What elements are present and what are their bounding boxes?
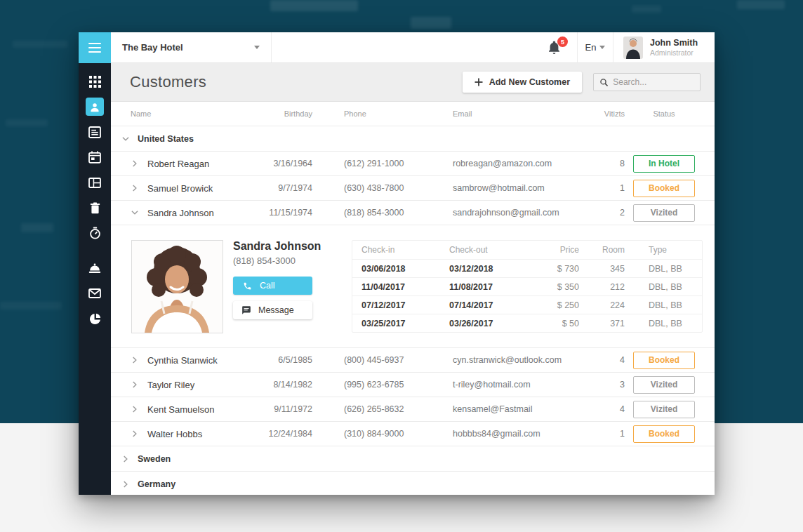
search-box: [593, 73, 701, 91]
stay-checkout: 03/12/2018: [449, 264, 537, 274]
chevron-right-icon: [131, 381, 138, 388]
stay-header-price: Price: [537, 245, 579, 255]
customer-name: Taylor Riley: [147, 380, 194, 390]
background-blur-artifact: [6, 119, 48, 126]
user-menu[interactable]: John Smith Administrator: [613, 32, 715, 62]
background-blur-artifact: [270, 0, 358, 11]
customer-visits: 8: [590, 159, 625, 168]
table-row[interactable]: Kent Samuelson 9/11/1972 (626) 265-8632 …: [111, 397, 715, 422]
sidebar-item-reception[interactable]: [79, 255, 111, 281]
customer-birthday: 12/24/1984: [249, 429, 312, 439]
sidebar-item-housekeeping[interactable]: [79, 220, 111, 246]
add-new-customer-button[interactable]: Add New Customer: [463, 72, 582, 93]
chevron-right-icon: [122, 455, 129, 463]
customer-name: Samuel Browick: [147, 183, 213, 194]
stay-price: $ 730: [537, 264, 579, 274]
customer-email: sandrajohnson@gmail.com: [453, 208, 590, 218]
group-row-united-states[interactable]: United States: [111, 126, 715, 152]
customer-birthday: 9/11/1972: [249, 404, 312, 414]
add-new-customer-label: Add New Customer: [489, 77, 570, 87]
stay-room: 224: [579, 300, 625, 310]
chevron-right-icon: [131, 185, 138, 192]
timer-icon: [89, 227, 101, 239]
orders-list-icon: [88, 126, 101, 138]
customer-visits: 1: [590, 429, 625, 439]
table-row-expanded[interactable]: Sandra Johnson 11/15/1974 (818) 854-3000…: [111, 201, 715, 225]
status-badge: Vizited: [633, 401, 695, 418]
background-blur-artifact: [632, 6, 661, 13]
user-name: John Smith: [650, 38, 698, 48]
customer-birthday: 11/15/1974: [249, 208, 312, 218]
column-header-phone: Phone: [344, 109, 453, 118]
hamburger-icon: [88, 43, 101, 53]
customer-phone: (626) 265-8632: [344, 404, 453, 414]
background-blur-artifact: [21, 223, 53, 232]
group-row-germany[interactable]: Germany: [111, 472, 715, 495]
sidebar-item-bookings[interactable]: [79, 119, 111, 145]
search-input[interactable]: [613, 77, 694, 87]
hotel-selector[interactable]: The Bay Hotel: [111, 32, 272, 62]
group-row-sweden[interactable]: Sweden: [111, 446, 715, 472]
status-badge: Vizited: [633, 376, 695, 394]
sidebar-nav: [79, 63, 111, 331]
chat-icon: [241, 305, 251, 315]
sidebar-item-customers[interactable]: [79, 94, 111, 119]
calendar-icon: [88, 151, 101, 164]
sidebar-item-messages[interactable]: [79, 281, 111, 306]
stay-header-checkout: Check-out: [449, 245, 537, 255]
reception-bell-icon: [88, 263, 101, 274]
stay-type: DBL, BB: [625, 282, 693, 292]
language-selector[interactable]: En: [578, 32, 613, 62]
background-blur-artifact: [411, 17, 451, 29]
detail-customer-name: Sandra Johnson: [233, 240, 343, 253]
table-row[interactable]: Cynthia Stanwick 6/5/1985 (800) 445-6937…: [111, 348, 715, 373]
customer-visits: 3: [590, 380, 625, 390]
customer-phone: (995) 623-6785: [344, 380, 453, 390]
call-button[interactable]: Call: [233, 277, 312, 295]
sidebar-item-calendar[interactable]: [79, 145, 111, 170]
customer-visits: 1: [590, 183, 625, 193]
table-row[interactable]: Samuel Browick 9/7/1974 (630) 438-7800 s…: [111, 176, 715, 201]
notifications-button[interactable]: 5: [531, 32, 577, 62]
customer-detail-info: Sandra Johnson (818) 854-3000 Call: [233, 240, 343, 319]
table-row[interactable]: Robert Reagan 3/16/1964 (612) 291-1000 r…: [111, 152, 715, 176]
sidebar-item-rooms[interactable]: [79, 170, 111, 195]
table-row[interactable]: Walter Hobbs 12/24/1984 (310) 884-9000 h…: [111, 422, 715, 446]
chevron-right-icon: [131, 430, 138, 437]
customer-photo: [131, 240, 223, 333]
sidebar-item-trash[interactable]: [79, 195, 111, 220]
user-photo: [623, 36, 643, 59]
notification-badge: 5: [557, 36, 568, 47]
customer-name: Cynthia Stanwick: [147, 355, 218, 366]
table-row[interactable]: Taylor Riley 8/14/1982 (995) 623-6785 t-…: [111, 373, 715, 397]
background-blur-artifact: [737, 0, 785, 9]
customer-birthday: 9/7/1974: [249, 183, 312, 193]
customer-email: sambrow@hotmail.com: [453, 183, 590, 193]
stay-price: $ 350: [537, 282, 579, 292]
status-badge: In Hotel: [633, 155, 695, 173]
plus-icon: [474, 78, 483, 86]
rooms-icon: [88, 178, 101, 188]
page-toolbar: Customers Add New Customer: [111, 63, 715, 102]
mail-icon: [88, 288, 101, 298]
message-button[interactable]: Message: [233, 301, 312, 319]
hotel-name: The Bay Hotel: [122, 42, 183, 53]
sidebar-item-reports[interactable]: [79, 306, 111, 331]
customer-name: Walter Hobbs: [147, 429, 202, 439]
sidebar-item-dashboard[interactable]: [79, 69, 111, 94]
stay-history-table: Check-in Check-out Price Room Type 03/06…: [352, 240, 703, 333]
stay-checkout: 07/14/2017: [449, 300, 537, 310]
search-icon: [600, 78, 608, 87]
stay-header-room: Room: [579, 245, 625, 255]
customer-phone: (630) 438-7800: [344, 183, 453, 193]
customer-photo-image: [132, 241, 223, 333]
chevron-right-icon: [131, 160, 138, 167]
stay-checkout: 03/26/2017: [449, 319, 537, 328]
customer-email: t-riley@hotmail.com: [453, 380, 590, 390]
menu-toggle-button[interactable]: [79, 32, 111, 63]
stay-type: DBL, BB: [625, 264, 693, 274]
chevron-right-icon: [122, 481, 129, 488]
stay-type: DBL, BB: [625, 319, 693, 328]
stay-checkin: 03/06/2018: [361, 264, 449, 274]
active-item-highlight: [86, 98, 104, 116]
